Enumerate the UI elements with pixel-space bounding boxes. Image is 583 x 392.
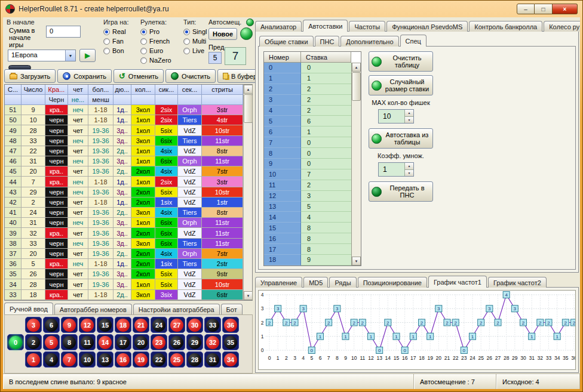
number-20[interactable]: 20 xyxy=(133,334,149,350)
number-35[interactable]: 35 xyxy=(222,334,239,350)
number-34[interactable]: 34 xyxy=(222,351,239,368)
scrollbar-thumb[interactable] xyxy=(244,94,253,123)
number-13[interactable]: 13 xyxy=(97,351,113,368)
table-row[interactable]: 4329черннеч19-363д..2кол5sixVdZ10str xyxy=(5,187,243,197)
number-4[interactable]: 4 xyxy=(43,351,60,368)
toolbar-button-1[interactable]: Загрузить xyxy=(4,69,56,83)
tab-ручной-ввод[interactable]: Ручной ввод xyxy=(4,303,53,314)
number-31[interactable]: 31 xyxy=(204,351,221,368)
minimize-button[interactable]: – xyxy=(517,4,535,14)
send-to-pns-button[interactable]: Передать в ПНС xyxy=(369,181,433,202)
random-stake-button[interactable]: Случайный размер ставки xyxy=(369,75,433,95)
coef-spinner[interactable]: 1 ▲ ▼ xyxy=(378,162,414,177)
number-29[interactable]: 29 xyxy=(186,334,203,350)
radio-euro[interactable]: Euro xyxy=(140,47,182,55)
number-28[interactable]: 28 xyxy=(186,351,203,368)
tab-частоты[interactable]: Частоты xyxy=(349,21,385,32)
tab-md5[interactable]: MD5 xyxy=(303,277,328,288)
number-23[interactable]: 23 xyxy=(151,334,167,350)
number-26[interactable]: 26 xyxy=(168,334,185,350)
subtab-общие-ставки[interactable]: Общие ставки xyxy=(259,36,314,47)
number-22[interactable]: 22 xyxy=(151,351,167,368)
number-12[interactable]: 12 xyxy=(79,317,96,333)
maximize-button[interactable]: □ xyxy=(535,4,553,14)
tab-позиционирование[interactable]: Позиционирование xyxy=(358,277,427,288)
table-row[interactable]: 422чернчет1-181д..2кол1sixVdZ1str xyxy=(5,197,243,208)
tab-функционал-psevdoms[interactable]: Функционал PsevdoMS xyxy=(386,21,468,32)
scroll-down-icon[interactable]: ▼ xyxy=(244,291,253,300)
tab-график-частот2[interactable]: График частот2 xyxy=(488,277,547,288)
table-row[interactable]: 42 xyxy=(264,106,351,116)
spinner-down-icon[interactable]: ▼ xyxy=(405,170,413,177)
scroll-down-icon[interactable]: ▼ xyxy=(352,257,361,266)
radio-french[interactable]: French xyxy=(140,37,182,45)
autobet-from-table-button[interactable]: Автоставка из таблицы xyxy=(369,128,433,149)
number-17[interactable]: 17 xyxy=(115,334,131,350)
table-row[interactable]: 61 xyxy=(264,126,351,137)
table-row[interactable]: 11 xyxy=(264,73,351,84)
number-18[interactable]: 18 xyxy=(115,317,131,333)
tab-автограббер-номеров[interactable]: Автограббер номеров xyxy=(54,304,132,314)
table-row[interactable]: 3428чернчет19-363д..1кол5sixVdZ10str xyxy=(5,279,243,289)
number-33[interactable]: 33 xyxy=(204,317,221,333)
subtab-пнс[interactable]: ПНС xyxy=(315,36,340,47)
table-select[interactable]: 1Европа ▼ xyxy=(8,50,76,61)
table-row[interactable]: 3833черннеч19-363д..3кол6sixTiers11str xyxy=(5,239,243,249)
number-27[interactable]: 27 xyxy=(168,317,185,333)
table-row[interactable]: 22 xyxy=(264,84,351,95)
table-row[interactable]: 32 xyxy=(264,95,351,106)
start-sum-input[interactable]: 0 xyxy=(46,26,81,38)
spinner-up-icon[interactable]: ▲ xyxy=(405,110,413,117)
table-row[interactable]: 4722чернчет19-362д..1кол4sixVdZ8str xyxy=(5,146,243,156)
new-button[interactable]: Новое xyxy=(208,28,237,40)
number-9[interactable]: 9 xyxy=(61,317,78,333)
radio-fan[interactable]: Fan xyxy=(103,37,139,45)
tab-колесо-ру[interactable]: Колесо ру xyxy=(544,21,580,32)
radio-pro[interactable]: Pro xyxy=(140,27,182,36)
table-row[interactable]: 365кра..неч1-181д..2кол1sixTiers2str xyxy=(5,259,243,269)
subtab-спец[interactable]: Спец xyxy=(400,35,426,47)
number-19[interactable]: 19 xyxy=(133,351,149,368)
number-11[interactable]: 11 xyxy=(79,334,96,350)
play-button[interactable]: ▶ xyxy=(79,49,96,62)
table-row[interactable]: 112 xyxy=(264,180,351,191)
chevron-down-icon[interactable]: ▼ xyxy=(65,50,75,61)
table-row[interactable]: 178 xyxy=(264,244,351,255)
table-row[interactable]: 168 xyxy=(264,233,351,244)
table-row[interactable]: 3932кра..чет19-363д..2кол6sixVdZ11str xyxy=(5,228,243,238)
table-row[interactable]: 5010чернчет1-181д..1кол2sixTiers4str xyxy=(5,115,243,125)
tab-контроль-банкролла[interactable]: Контроль банкролла xyxy=(469,21,542,32)
tab-анализатор[interactable]: Анализатор xyxy=(255,21,302,32)
history-table-scrollbar[interactable]: ▲ ▼ xyxy=(243,85,252,300)
table-row[interactable]: 4520кра..чет19-362д..2кол4sixVdZ7str xyxy=(5,166,243,177)
tab-настройки-автограббера[interactable]: Настройки автограббера xyxy=(133,304,220,314)
subtab-дополнительно[interactable]: Дополнительно xyxy=(340,36,398,47)
max-chips-spinner[interactable]: 10 ▲ ▼ xyxy=(378,109,414,124)
tab-управление[interactable]: Управление xyxy=(255,277,302,288)
toolbar-button-2[interactable]: Сохранить xyxy=(57,69,112,83)
scroll-up-icon[interactable]: ▲ xyxy=(352,63,361,72)
number-5[interactable]: 5 xyxy=(43,334,60,350)
tab-ряды[interactable]: Ряды xyxy=(329,277,356,288)
table-row[interactable]: 519кра..неч1-181д..3кол2sixOrph3str xyxy=(5,105,243,115)
table-row[interactable]: 135 xyxy=(264,202,351,212)
tab-автоставки[interactable]: Автоставки xyxy=(303,20,348,32)
table-row[interactable]: 4928чернчет19-363д..1кол5sixVdZ10str xyxy=(5,125,243,135)
tab-бот[interactable]: Бот xyxy=(221,304,243,314)
number-14[interactable]: 14 xyxy=(97,334,113,350)
number-21[interactable]: 21 xyxy=(133,317,149,333)
number-7[interactable]: 7 xyxy=(61,351,78,368)
number-10[interactable]: 10 xyxy=(79,351,96,368)
table-row[interactable]: 4631черннеч19-363д..1кол6sixOrph11str xyxy=(5,156,243,166)
clear-table-button[interactable]: Очистить таблицу xyxy=(369,51,433,72)
titlebar[interactable]: HelperRoullet 8.71 - create helperroulle… xyxy=(1,1,582,17)
table-row[interactable]: 189 xyxy=(264,255,351,266)
spinner-down-icon[interactable]: ▼ xyxy=(405,117,413,124)
table-row[interactable]: 90 xyxy=(264,159,351,169)
number-16[interactable]: 16 xyxy=(115,351,131,368)
table-row[interactable]: 123 xyxy=(264,191,351,202)
number-30[interactable]: 30 xyxy=(186,317,203,333)
number-1[interactable]: 1 xyxy=(25,351,42,368)
table-row[interactable]: 107 xyxy=(264,169,351,180)
number-3[interactable]: 3 xyxy=(25,317,42,333)
